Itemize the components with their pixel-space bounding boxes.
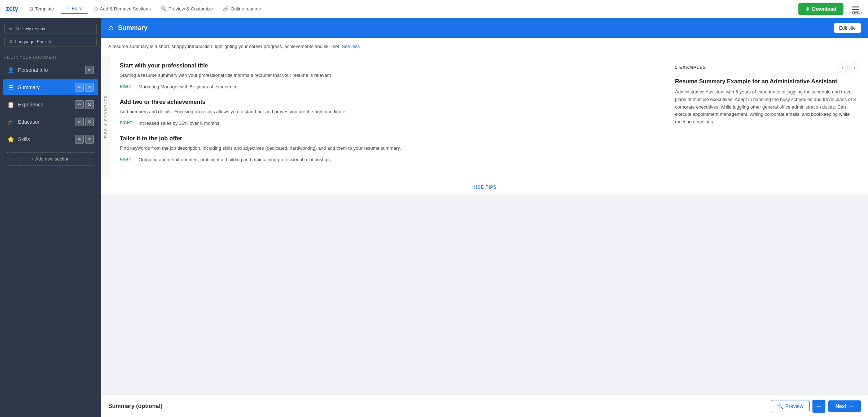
- preview-nav-icon: 🔍: [161, 6, 167, 12]
- tips-right: 5 EXAMPLES ‹ › Resume Summary Example fo…: [666, 55, 868, 179]
- tip-2-title: Add two or three achievements: [120, 99, 657, 105]
- education-remove-button[interactable]: ✕: [85, 118, 94, 126]
- next-button[interactable]: Next →: [828, 400, 861, 412]
- menu-button[interactable]: MENU: [849, 3, 862, 15]
- personal-info-label: Personal Info: [18, 67, 82, 73]
- sidebar-item-summary[interactable]: ☰ Summary ✏ ✕: [3, 79, 98, 95]
- skills-label: Skills: [18, 136, 71, 142]
- nav-template[interactable]: ⊞ Template: [26, 4, 58, 14]
- education-label: Education: [18, 119, 71, 125]
- experience-actions: ✏ ✕: [75, 100, 94, 109]
- skills-icon: ⭐: [7, 136, 14, 143]
- personal-info-icon: 👤: [7, 67, 14, 74]
- next-arrow-icon: →: [849, 403, 854, 409]
- see-less-link[interactable]: See less: [342, 44, 360, 49]
- tip-1-badge: RIGHT: [120, 83, 134, 88]
- download-button[interactable]: ⬇ Download: [798, 3, 843, 15]
- next-label: Next: [836, 403, 846, 409]
- bottom-actions: 🔍 Preview ← Next →: [771, 400, 861, 413]
- tips-intro: A resume summary is a short, snappy intr…: [101, 38, 868, 55]
- personal-info-actions: ✏: [85, 66, 94, 74]
- language-button-label: Language: English: [15, 39, 51, 44]
- experience-icon: 📋: [7, 101, 14, 108]
- title-button-label: Title: My resume: [15, 26, 47, 31]
- nav-online-label: Online resume: [231, 6, 261, 12]
- topnav: zety ⊞ Template 📄 Editor ⊕ Add & Remove …: [0, 0, 868, 18]
- nav-add-remove-label: Add & Remove Sections: [100, 6, 151, 12]
- education-icon: 🎓: [7, 119, 14, 126]
- education-edit-button[interactable]: ✏: [75, 118, 84, 126]
- summary-remove-button[interactable]: ✕: [85, 83, 94, 92]
- content-area: ⊙ Summary Edit title A resume summary is…: [101, 18, 868, 417]
- tip-3-desc: Find keywords from the job description, …: [120, 145, 657, 152]
- summary-actions: ✏ ✕: [75, 83, 94, 92]
- experience-edit-button[interactable]: ✏: [75, 100, 84, 109]
- skills-actions: ✏ ✕: [75, 135, 94, 144]
- pencil-icon: ✏: [9, 26, 13, 31]
- menu-label: MENU: [852, 12, 859, 12]
- nav-preview-label: Preview & Customize: [168, 6, 213, 12]
- edit-title-button[interactable]: Edit title: [834, 23, 861, 33]
- tip-2-badge: RIGHT: [120, 120, 134, 125]
- tips-intro-text: A resume summary is a short, snappy intr…: [108, 44, 341, 49]
- skills-edit-button[interactable]: ✏: [75, 135, 84, 144]
- examples-next-button[interactable]: ›: [849, 62, 859, 73]
- nav-online[interactable]: 🔗 Online resume: [219, 4, 265, 14]
- tips-layout: TIPS & EXAMPLES Start with your professi…: [101, 55, 868, 179]
- preview-label: Preview: [785, 403, 803, 409]
- examples-prev-button[interactable]: ‹: [838, 62, 848, 73]
- summary-label: Summary: [18, 84, 71, 90]
- examples-header: 5 EXAMPLES ‹ ›: [675, 62, 859, 73]
- back-button[interactable]: ←: [812, 400, 825, 413]
- template-icon: ⊞: [29, 6, 33, 12]
- sidebar-item-personal-info[interactable]: 👤 Personal Info ✏: [3, 62, 98, 78]
- section-title: Summary: [118, 24, 830, 32]
- sidebar: ✏ Title: My resume ⚙ Language: English F…: [0, 18, 101, 417]
- hide-tips-button[interactable]: HIDE TIPS: [472, 185, 497, 190]
- download-label: Download: [812, 6, 836, 12]
- nav-add-remove[interactable]: ⊕ Add & Remove Sections: [91, 4, 154, 14]
- preview-button[interactable]: 🔍 Preview: [771, 400, 810, 412]
- experience-label: Experience: [18, 102, 71, 107]
- add-section-button[interactable]: + Add new section: [6, 152, 95, 166]
- tips-side: TIPS & EXAMPLES: [101, 55, 111, 179]
- tips-left: Start with your professional title Start…: [111, 55, 666, 179]
- tip-1: Start with your professional title Start…: [120, 62, 657, 90]
- personal-info-edit-button[interactable]: ✏: [85, 66, 94, 74]
- download-icon: ⬇: [806, 6, 810, 12]
- tip-2-example-text: Increased sales by 36% over 6 months.: [139, 120, 221, 127]
- tip-1-example-text: Marketing Manager with 5+ years of exper…: [139, 83, 239, 91]
- online-icon: 🔗: [223, 6, 229, 12]
- globe-icon: ⚙: [9, 39, 13, 44]
- logo: zety: [6, 5, 18, 13]
- experience-remove-button[interactable]: ✕: [85, 100, 94, 109]
- sidebar-top: ✏ Title: My resume ⚙ Language: English: [0, 18, 101, 53]
- bottom-bar: Summary (optional) 🔍 Preview ← Next →: [101, 395, 868, 417]
- example-title: Resume Summary Example for an Administra…: [675, 78, 859, 85]
- examples-nav: ‹ ›: [838, 62, 859, 73]
- preview-search-icon: 🔍: [777, 403, 783, 409]
- tips-panel: A resume summary is a short, snappy intr…: [101, 38, 868, 194]
- summary-edit-button[interactable]: ✏: [75, 83, 84, 92]
- language-button[interactable]: ⚙ Language: English: [4, 37, 97, 47]
- skills-remove-button[interactable]: ✕: [85, 135, 94, 144]
- summary-optional-label: Summary (optional): [108, 403, 162, 409]
- sidebar-item-skills[interactable]: ⭐ Skills ✏ ✕: [3, 131, 98, 147]
- fill-label: FILL IN YOUR DOCUMENT: [0, 53, 101, 61]
- section-header-icon: ⊙: [108, 24, 114, 32]
- title-button[interactable]: ✏ Title: My resume: [4, 24, 97, 34]
- example-body: Administrative Assistant with 5 years of…: [675, 88, 859, 126]
- add-remove-icon: ⊕: [94, 6, 98, 12]
- nav-preview[interactable]: 🔍 Preview & Customize: [157, 4, 217, 14]
- nav-editor-label: Editor: [72, 6, 84, 11]
- tip-2-desc: Add numbers and details. Focusing on res…: [120, 108, 657, 115]
- summary-icon: ☰: [7, 84, 14, 91]
- add-section-label: + Add new section: [31, 156, 70, 162]
- sidebar-item-education[interactable]: 🎓 Education ✏ ✕: [3, 114, 98, 130]
- tip-1-example: RIGHT Marketing Manager with 5+ years of…: [120, 83, 657, 91]
- tip-3-example-text: Outgoing and detail-oriented, proficient…: [139, 156, 332, 163]
- nav-template-label: Template: [35, 6, 54, 12]
- sidebar-item-experience[interactable]: 📋 Experience ✏ ✕: [3, 97, 98, 113]
- nav-editor[interactable]: 📄 Editor: [61, 4, 88, 14]
- section-header: ⊙ Summary Edit title: [101, 18, 868, 38]
